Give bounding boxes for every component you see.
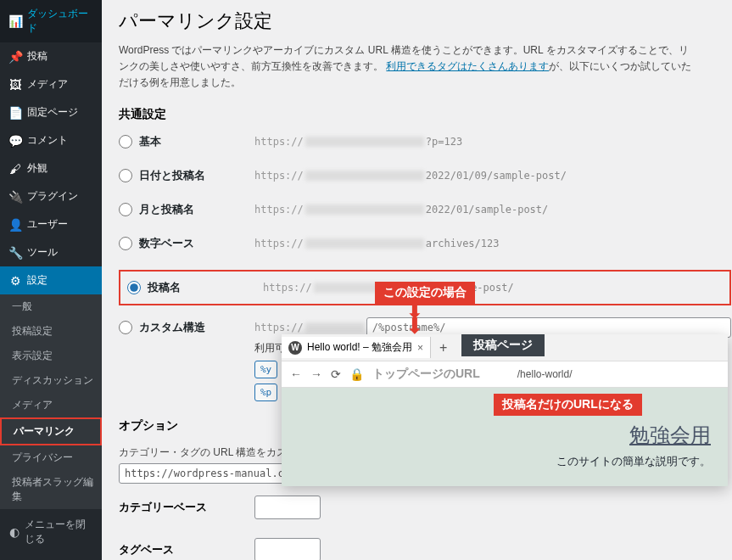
favicon-icon: W xyxy=(288,341,302,355)
dashboard-icon: 📊 xyxy=(8,14,22,28)
radio-postname[interactable] xyxy=(127,281,141,294)
sub-general[interactable]: 一般 xyxy=(0,294,102,319)
tag-button-1[interactable]: %y xyxy=(254,361,277,378)
collapse-menu[interactable]: ◐メニューを閉じる xyxy=(0,509,102,555)
row-tag-base: タグベース xyxy=(119,538,731,560)
sidebar-item-users[interactable]: 👤ユーザー xyxy=(0,210,102,238)
category-base-input[interactable] xyxy=(254,496,321,519)
tools-icon: 🔧 xyxy=(8,246,22,260)
radio-plain-label: 基本 xyxy=(139,134,161,149)
anno-url-note: 投稿名だけのURLになる xyxy=(494,394,642,416)
sidebar-item-label: プラグイン xyxy=(27,189,78,204)
common-section-heading: 共通設定 xyxy=(119,107,731,122)
forward-icon[interactable]: → xyxy=(310,367,322,381)
radio-row-month: 月と投稿名 https://2022/01/sample-post/ xyxy=(119,202,731,217)
radio-custom-label: カスタム構造 xyxy=(139,320,205,335)
collapse-icon: ◐ xyxy=(8,525,20,539)
row-category-base: カテゴリーベース xyxy=(119,496,731,519)
media-icon: 🖼 xyxy=(8,78,22,92)
anno-case-label: この設定の場合 xyxy=(375,282,475,304)
sidebar-item-label: 外観 xyxy=(27,161,47,176)
radio-postname-label: 投稿名 xyxy=(148,280,181,295)
url-path: /hello-world/ xyxy=(517,368,573,380)
brush-icon: 🖌 xyxy=(8,162,22,176)
page-description: WordPress ではパーマリンクやアーカイブにカスタム URL 構造を使うこ… xyxy=(119,42,696,92)
comment-icon: 💬 xyxy=(8,134,22,148)
gear-icon: ⚙ xyxy=(8,274,22,288)
sidebar-item-label: 投稿 xyxy=(27,49,47,64)
radio-month-label: 月と投稿名 xyxy=(139,202,194,217)
radio-numeric[interactable] xyxy=(119,237,132,250)
back-icon[interactable]: ← xyxy=(290,367,302,381)
anno-tab-heading: 投稿ページ xyxy=(461,334,545,356)
sidebar-item-pages[interactable]: 📄固定ページ xyxy=(0,98,102,126)
sidebar-item-media[interactable]: 🖼メディア xyxy=(0,70,102,98)
sidebar-item-label: コメント xyxy=(27,133,68,148)
sub-privacy[interactable]: プライバシー xyxy=(0,445,102,470)
browser-addressbar: ← → ⟳ 🔒 トップページのURL /hello-world/ xyxy=(282,361,728,388)
tag-base-label: タグベース xyxy=(119,542,237,557)
user-icon: 👤 xyxy=(8,218,22,232)
url-field[interactable]: トップページのURL /hello-world/ xyxy=(372,367,719,382)
pin-icon: 📌 xyxy=(8,50,22,64)
sub-writing[interactable]: 投稿設定 xyxy=(0,319,102,344)
browser-tab[interactable]: W Hello world! – 勉強会用 × xyxy=(282,337,431,358)
url-example-date: https://2022/01/09/sample-post/ xyxy=(254,170,567,182)
tag-base-input[interactable] xyxy=(254,538,321,560)
url-example-month: https://2022/01/sample-post/ xyxy=(254,204,548,216)
plugin-icon: 🔌 xyxy=(8,190,22,204)
arrow-down-icon: ⬇ xyxy=(405,321,424,332)
sub-discussion[interactable]: ディスカッション xyxy=(0,368,102,393)
radio-date[interactable] xyxy=(119,169,132,182)
radio-date-label: 日付と投稿名 xyxy=(139,168,205,183)
sidebar-item-label: 設定 xyxy=(27,273,47,288)
sidebar-item-label: メディア xyxy=(27,77,68,92)
page-title: パーマリンク設定 xyxy=(119,8,731,34)
tags-link[interactable]: 利用できるタグはたくさんあります xyxy=(386,60,549,72)
url-domain-label: トップページのURL xyxy=(372,367,480,382)
url-example-numeric: https://archives/123 xyxy=(254,238,500,249)
site-title[interactable]: 勉強会用 xyxy=(299,422,711,449)
tag-button-2[interactable]: %p xyxy=(254,384,277,401)
radio-numeric-label: 数字ベース xyxy=(139,236,194,251)
reload-icon[interactable]: ⟳ xyxy=(331,367,341,381)
sidebar-item-label: ユーザー xyxy=(27,217,68,232)
sub-author-slug[interactable]: 投稿者スラッグ編集 xyxy=(0,470,102,509)
sidebar-item-label: ダッシュボード xyxy=(27,7,93,36)
radio-custom[interactable] xyxy=(119,321,132,334)
radio-row-plain: 基本 https://?p=123 xyxy=(119,134,731,149)
site-description: このサイトの簡単な説明です。 xyxy=(299,454,711,469)
url-example-plain: https://?p=123 xyxy=(254,136,462,148)
close-icon[interactable]: × xyxy=(417,342,423,354)
radio-month[interactable] xyxy=(119,203,132,216)
page-icon: 📄 xyxy=(8,106,22,120)
new-tab-button[interactable]: + xyxy=(431,340,455,356)
sidebar-item-appearance[interactable]: 🖌外観 xyxy=(0,154,102,182)
sidebar-item-settings[interactable]: ⚙設定 xyxy=(0,266,102,294)
sidebar-item-label: ツール xyxy=(27,245,58,260)
collapse-label: メニューを閉じる xyxy=(25,518,93,546)
sidebar-item-tools[interactable]: 🔧ツール xyxy=(0,238,102,266)
category-base-label: カテゴリーベース xyxy=(119,500,237,515)
sidebar-submenu: 一般 投稿設定 表示設定 ディスカッション メディア パーマリンク プライバシー… xyxy=(0,294,102,509)
sidebar-item-posts[interactable]: 📌投稿 xyxy=(0,42,102,70)
radio-row-date: 日付と投稿名 https://2022/01/09/sample-post/ xyxy=(119,168,731,183)
sidebar-item-comments[interactable]: 💬コメント xyxy=(0,126,102,154)
admin-sidebar: 📊ダッシュボード 📌投稿 🖼メディア 📄固定ページ 💬コメント 🖌外観 🔌プラグ… xyxy=(0,0,102,560)
sidebar-item-plugins[interactable]: 🔌プラグイン xyxy=(0,182,102,210)
sub-reading[interactable]: 表示設定 xyxy=(0,344,102,368)
sidebar-item-dashboard[interactable]: 📊ダッシュボード xyxy=(0,0,102,42)
radio-plain[interactable] xyxy=(119,135,132,148)
lock-icon: 🔒 xyxy=(349,367,364,381)
radio-row-numeric: 数字ベース https://archives/123 xyxy=(119,236,731,251)
sub-media[interactable]: メディア xyxy=(0,393,102,417)
tab-title: Hello world! – 勉強会用 xyxy=(307,340,412,355)
sub-permalink[interactable]: パーマリンク xyxy=(0,417,102,445)
sidebar-item-label: 固定ページ xyxy=(27,105,78,120)
